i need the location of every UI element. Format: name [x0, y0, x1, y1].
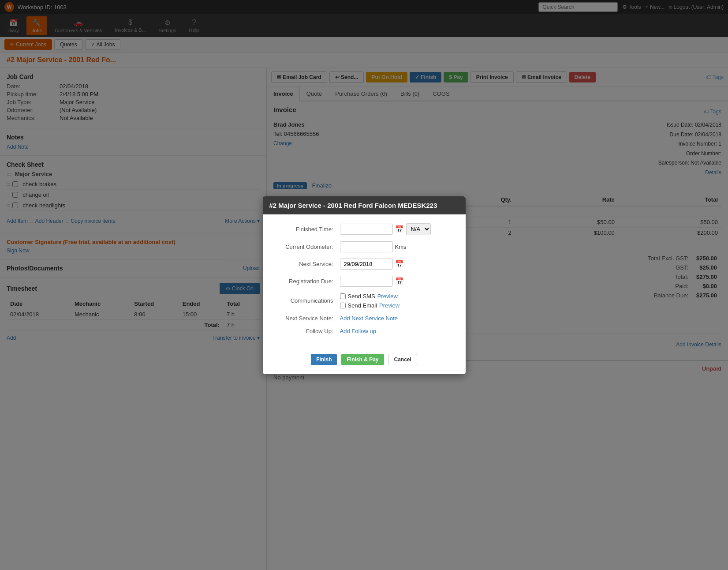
next-service-note-control: Add Next Service Note	[340, 315, 455, 322]
send-email-label: Send Email	[348, 302, 377, 309]
finished-time-label: Finished Time:	[274, 226, 340, 232]
add-next-service-note-link[interactable]: Add Next Service Note	[340, 315, 398, 322]
send-sms-row: Send SMS Preview	[340, 293, 398, 300]
calendar-icon-3[interactable]: 📅	[395, 277, 404, 285]
communications-label: Communications	[274, 297, 340, 304]
modal-cancel-button[interactable]: Cancel	[388, 354, 417, 365]
modal-finish-pay-button[interactable]: Finish & Pay	[341, 354, 384, 365]
calendar-icon-1[interactable]: 📅	[395, 225, 404, 233]
modal-finish-button[interactable]: Finish	[311, 354, 337, 365]
sms-preview-link[interactable]: Preview	[377, 293, 398, 300]
calendar-icon-2[interactable]: 📅	[395, 260, 404, 268]
finished-time-input[interactable]	[340, 224, 393, 235]
modal: #2 Major Service - 2001 Red Ford Falcon …	[263, 196, 466, 374]
send-email-checkbox[interactable]	[340, 303, 346, 308]
next-service-input[interactable]	[340, 259, 393, 270]
modal-body: Finished Time: 📅 N/A Current Odometer: K…	[263, 214, 466, 349]
next-service-row: Next Service: 📅	[274, 259, 455, 270]
communications-control: Send SMS Preview Send Email Preview	[340, 293, 455, 309]
follow-up-row: Follow Up: Add Follow up	[274, 328, 455, 334]
send-sms-label: Send SMS	[348, 293, 375, 300]
odometer-unit: Kms	[395, 244, 407, 250]
odometer-label: Current Odometer:	[274, 244, 340, 250]
follow-up-control: Add Follow up	[340, 328, 455, 334]
registration-due-control: 📅	[340, 276, 455, 287]
modal-header: #2 Major Service - 2001 Red Ford Falcon …	[263, 196, 466, 214]
odometer-input[interactable]	[340, 241, 393, 252]
next-service-control: 📅	[340, 259, 455, 270]
communications-row: Communications Send SMS Preview Send Ema…	[274, 293, 455, 309]
finished-time-control: 📅 N/A	[340, 223, 455, 235]
follow-up-label: Follow Up:	[274, 328, 340, 334]
odometer-row: Current Odometer: Kms	[274, 241, 455, 252]
registration-due-row: Registration Due: 📅	[274, 276, 455, 287]
next-service-label: Next Service:	[274, 261, 340, 267]
next-service-note-label: Next Service Note:	[274, 315, 340, 322]
email-preview-link[interactable]: Preview	[379, 302, 399, 309]
finished-time-row: Finished Time: 📅 N/A	[274, 223, 455, 235]
na-select[interactable]: N/A	[406, 223, 431, 235]
modal-overlay: #2 Major Service - 2001 Red Ford Falcon …	[0, 0, 728, 570]
odometer-control: Kms	[340, 241, 455, 252]
registration-due-label: Registration Due:	[274, 278, 340, 285]
registration-due-input[interactable]	[340, 276, 393, 287]
add-follow-up-link[interactable]: Add Follow up	[340, 328, 376, 334]
send-email-row: Send Email Preview	[340, 302, 400, 309]
next-service-note-row: Next Service Note: Add Next Service Note	[274, 315, 455, 322]
send-sms-checkbox[interactable]	[340, 293, 346, 299]
modal-footer: Finish Finish & Pay Cancel	[263, 349, 466, 374]
